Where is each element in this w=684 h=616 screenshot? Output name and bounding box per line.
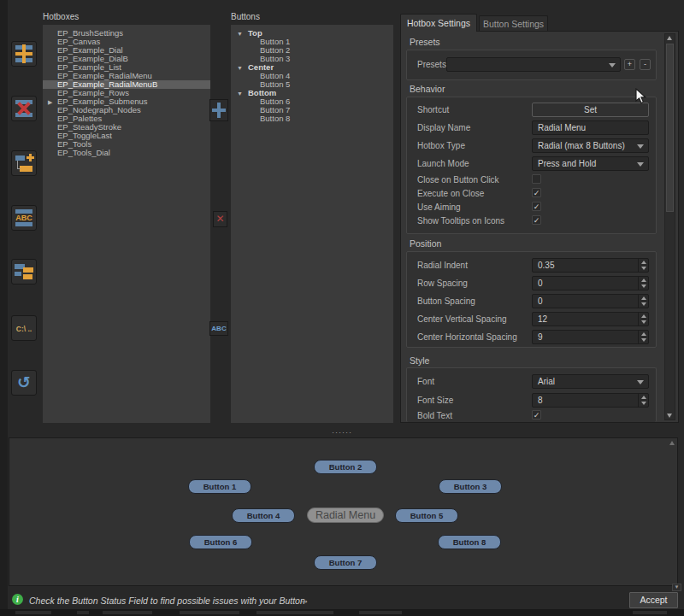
preview-button[interactable]: Button 5 [395, 508, 458, 523]
corner-scroll-down-icon[interactable]: ▼ [672, 584, 681, 591]
dropdown[interactable]: Radial (max 8 Buttons) [532, 138, 649, 153]
rename-button-button[interactable]: ABC [209, 321, 228, 336]
status-message: Check the Button Status Field to find po… [29, 595, 305, 606]
collapse-arrow-icon[interactable]: ▼ [237, 30, 243, 38]
buttons-tree-item[interactable]: Button 2 [231, 46, 393, 55]
position-section-header: Position [410, 238, 441, 249]
presets-group: Presets + - [406, 50, 657, 80]
spin-up-icon[interactable] [641, 279, 646, 282]
collapse-arrow-icon[interactable]: ▼ [237, 64, 243, 73]
spinner-field[interactable]: 0 [532, 294, 649, 308]
buttons-tree-item[interactable]: Button 7 [231, 106, 393, 114]
spinner-field[interactable]: 0.35 [532, 258, 649, 273]
accept-button[interactable]: Accept [629, 592, 678, 608]
spinner-field[interactable]: 9 [532, 330, 649, 344]
spin-up-icon[interactable] [641, 314, 646, 318]
delete-button-icon: ✕ [215, 213, 224, 225]
behavior-group: ShortcutSetDisplay NameRadial MenuHotbox… [406, 97, 657, 234]
checkbox[interactable] [532, 174, 541, 184]
preview-button[interactable]: Button 2 [314, 460, 377, 474]
hotbox-list-item[interactable]: EP_Tools_Dial [43, 149, 210, 157]
add-button-button[interactable] [209, 99, 228, 121]
reload-button[interactable]: ↺ [11, 370, 37, 396]
spin-down-icon[interactable] [641, 267, 646, 270]
scroll-down-icon[interactable] [667, 414, 672, 418]
chevron-down-icon [637, 380, 644, 384]
settings-scrollbar-thumb[interactable] [666, 44, 674, 212]
delete-hotbox-button[interactable] [11, 96, 37, 121]
checkbox[interactable]: ✓ [532, 188, 541, 197]
presets-dropdown[interactable] [446, 57, 621, 72]
spin-down-icon[interactable] [641, 285, 646, 288]
tab-hotbox-settings[interactable]: Hotbox Settings [400, 14, 477, 32]
settings-scrollbar[interactable] [664, 33, 675, 420]
hotboxes-panel-title: Hotboxes [43, 12, 79, 21]
info-icon: i [12, 594, 23, 605]
scroll-up-icon[interactable] [667, 36, 672, 40]
add-hotbox-button[interactable] [11, 41, 37, 67]
preview-button[interactable]: Button 6 [189, 535, 252, 549]
buttons-tree-group[interactable]: ▼Top [231, 29, 393, 38]
hotbox-item-label: EP_Tools_Dial [57, 148, 110, 157]
preview-scroll-up-icon[interactable] [669, 441, 675, 445]
buttons-tree-group[interactable]: ▼Center [231, 63, 393, 72]
behavior-row-label: Shortcut [417, 105, 449, 114]
buttons-tree-group[interactable]: ▼Bottom [231, 89, 393, 97]
spinner-arrows[interactable] [638, 394, 648, 407]
buttons-tree-item[interactable]: Button 4 [231, 72, 393, 80]
preview-button[interactable]: Button 4 [232, 508, 295, 523]
dropdown[interactable]: Press and Hold [532, 156, 649, 171]
checkbox[interactable]: ✓ [532, 215, 541, 225]
preset-add-button[interactable]: + [624, 59, 635, 70]
preview-button[interactable]: Button 7 [314, 555, 377, 570]
tree-group-label: Center [248, 62, 274, 72]
spinner-field[interactable]: 12 [532, 312, 649, 326]
buttons-tree-item[interactable]: Button 6 [231, 97, 393, 106]
behavior-row-label: Close on Button Click [417, 175, 499, 185]
spinner-arrows[interactable] [638, 313, 648, 326]
checkbox[interactable]: ✓ [532, 202, 541, 211]
spin-up-icon[interactable] [641, 261, 646, 264]
dropdown[interactable]: Arial [532, 374, 649, 389]
rename-button-icon: ABC [211, 325, 226, 332]
spin-down-icon[interactable] [641, 402, 646, 405]
splitter-handle[interactable]: ······ [332, 428, 352, 437]
shortcut-set-button[interactable]: Set [532, 103, 649, 117]
organize-hotboxes-button[interactable] [11, 259, 37, 285]
spin-down-icon[interactable] [641, 302, 646, 306]
preview-center-label: Radial Menu [307, 507, 384, 523]
window-left-edge [0, 0, 8, 616]
preview-button[interactable]: Button 8 [438, 535, 501, 549]
presets-label: Presets [417, 60, 446, 69]
add-submenu-button[interactable] [11, 150, 37, 176]
spinner-arrows[interactable] [638, 295, 648, 308]
preset-remove-button[interactable]: - [640, 59, 651, 70]
collapse-arrow-icon[interactable]: ▼ [237, 90, 243, 98]
style-row-label: Font [417, 377, 434, 386]
buttons-tree: ▼TopButton 1Button 2Button 3▼CenterButto… [231, 25, 393, 423]
spinner-field[interactable]: 0 [532, 276, 649, 290]
spin-up-icon[interactable] [641, 296, 646, 300]
rename-hotbox-button[interactable]: ABC [11, 205, 37, 231]
spin-up-icon[interactable] [641, 396, 646, 399]
delete-button-button[interactable]: ✕ [213, 211, 227, 227]
buttons-tree-item[interactable]: Button 1 [231, 38, 393, 46]
spin-up-icon[interactable] [641, 332, 646, 336]
spinner-field[interactable]: 8 [532, 393, 649, 408]
spinner-arrows[interactable] [638, 259, 648, 272]
spin-down-icon[interactable] [641, 338, 646, 342]
file-path-icon: C:\ .. [12, 325, 36, 333]
preview-button[interactable]: Button 3 [439, 479, 502, 494]
clipped-bottom-row [0, 609, 684, 616]
checkbox[interactable]: ✓ [532, 410, 541, 419]
preview-button[interactable]: Button 1 [188, 479, 251, 494]
spinner-arrows[interactable] [638, 277, 648, 290]
spinner-arrows[interactable] [638, 331, 648, 343]
text-field[interactable]: Radial Menu [532, 120, 649, 135]
buttons-tree-item[interactable]: Button 8 [231, 114, 393, 123]
spin-down-icon[interactable] [641, 320, 646, 324]
tab-button-settings[interactable]: Button Settings [479, 15, 548, 32]
behavior-row-label: Execute on Close [417, 189, 484, 198]
file-path-button[interactable]: C:\ .. [11, 315, 37, 341]
chevron-down-icon [609, 63, 616, 67]
